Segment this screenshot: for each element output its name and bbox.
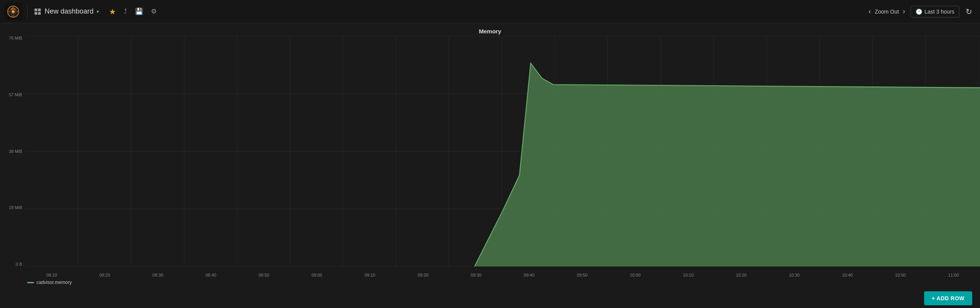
y-label-4: 57 MiB [9, 93, 22, 97]
dashboard-title-text: New dashboard [45, 7, 93, 16]
x-label-2: 08:30 [131, 273, 184, 277]
zoom-forward-button[interactable]: › [900, 6, 907, 17]
svg-point-3 [12, 10, 14, 12]
y-label-5: 76 MiB [9, 36, 22, 40]
footer-bar: + ADD ROW [0, 289, 980, 308]
nav-actions: ★ ⤴ 💾 ⚙ [106, 5, 160, 19]
svg-rect-9 [38, 9, 41, 11]
x-label-13: 10:20 [715, 273, 768, 277]
dashboard-title-button[interactable]: New dashboard ▾ [30, 5, 103, 18]
x-label-1: 08:20 [78, 273, 132, 277]
refresh-icon: ↻ [966, 7, 972, 16]
add-row-button[interactable]: + ADD ROW [924, 291, 972, 305]
legend-label: cadvisor.memory [36, 280, 72, 285]
chevron-right-icon: › [903, 7, 905, 15]
save-icon: 💾 [135, 7, 143, 16]
save-button[interactable]: 💾 [132, 5, 146, 18]
zoom-out-label: Zoom Out [875, 9, 899, 15]
settings-button[interactable]: ⚙ [148, 5, 160, 18]
x-label-16: 10:50 [874, 273, 927, 277]
gear-icon: ⚙ [151, 7, 157, 16]
star-button[interactable]: ★ [106, 5, 119, 19]
panel-title: Memory [0, 23, 980, 36]
share-icon: ⤴ [124, 8, 127, 16]
chart-svg [25, 36, 980, 266]
x-label-5: 09:00 [291, 273, 344, 277]
y-axis: 76 MiB 57 MiB 38 MiB 19 MiB 0 B [0, 36, 25, 266]
x-label-12: 10:10 [662, 273, 715, 277]
time-range-button[interactable]: 🕐 Last 3 hours [911, 6, 959, 17]
panel-container: Memory 76 MiB 57 MiB 38 MiB 19 MiB 0 B [0, 23, 980, 289]
x-label-17: 11:00 [927, 273, 980, 277]
x-label-10: 09:50 [556, 273, 609, 277]
x-label-3: 08:40 [184, 273, 237, 277]
x-label-6: 09:10 [343, 273, 397, 277]
chart-area: 76 MiB 57 MiB 38 MiB 19 MiB 0 B [0, 36, 980, 286]
share-button[interactable]: ⤴ [121, 5, 130, 18]
nav-divider-1 [27, 5, 28, 19]
chevron-left-icon: ‹ [869, 7, 871, 15]
topnav: New dashboard ▾ ★ ⤴ 💾 ⚙ ‹ Zoom Out › 🕐 L… [0, 0, 980, 23]
x-label-0: 08:10 [25, 273, 78, 277]
clock-icon: 🕐 [916, 9, 922, 15]
x-label-11: 10:00 [609, 273, 662, 277]
zoom-back-button[interactable]: ‹ [866, 6, 873, 17]
nav-right: ‹ Zoom Out › 🕐 Last 3 hours ↻ [866, 5, 975, 19]
legend: cadvisor.memory [27, 280, 72, 286]
refresh-button[interactable]: ↻ [963, 5, 975, 19]
x-label-8: 09:30 [450, 273, 503, 277]
svg-rect-8 [35, 9, 37, 11]
zoom-controls: ‹ Zoom Out › [866, 6, 907, 17]
x-label-9: 09:40 [502, 273, 556, 277]
svg-rect-10 [35, 12, 37, 15]
y-label-3: 38 MiB [9, 149, 22, 154]
chevron-down-icon: ▾ [97, 9, 99, 14]
y-label-2: 19 MiB [9, 206, 22, 210]
x-label-14: 10:30 [768, 273, 821, 277]
memory-fill [474, 63, 980, 266]
star-icon: ★ [109, 7, 116, 16]
y-label-1: 0 B [16, 262, 22, 266]
x-label-7: 09:20 [397, 273, 450, 277]
time-range-label: Last 3 hours [925, 9, 954, 15]
svg-rect-11 [38, 12, 41, 15]
legend-color-swatch [27, 282, 34, 283]
x-axis: 08:10 08:20 08:30 08:40 08:50 09:00 09:1… [25, 270, 980, 286]
grafana-logo-button[interactable] [5, 3, 22, 20]
x-label-15: 10:40 [821, 273, 874, 277]
x-label-4: 08:50 [237, 273, 291, 277]
